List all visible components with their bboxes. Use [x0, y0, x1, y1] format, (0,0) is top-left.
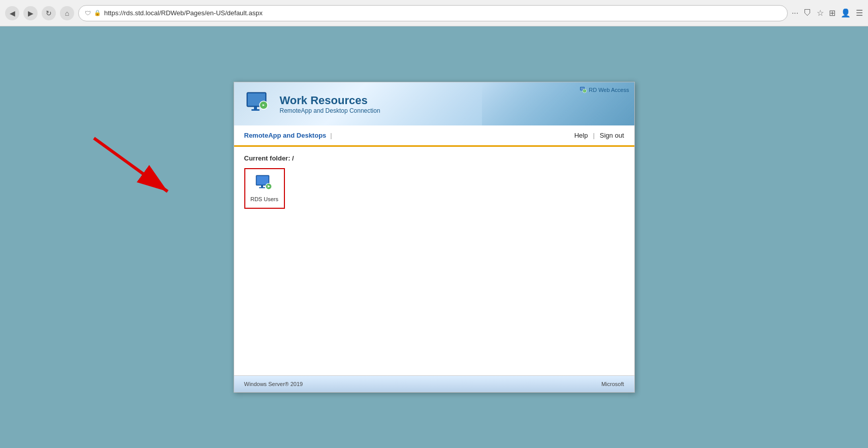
svg-rect-21 [261, 185, 263, 187]
browser-action-icons: ··· ⛉ ☆ ⊞ 👤 ☰ [792, 8, 863, 18]
header-text: Work Resources RemoteApp and Desktop Con… [280, 94, 380, 114]
security-shield-icon: 🛡 [85, 10, 91, 17]
bookmark-icon[interactable]: ☆ [817, 8, 824, 18]
rdweb-content: Current folder: / [234, 147, 634, 375]
app-item-rds-users[interactable]: RDS Users [244, 168, 285, 209]
address-bar[interactable]: 🛡 🔒 https://rds.std.local/RDWeb/Pages/en… [78, 5, 788, 21]
svg-rect-12 [251, 109, 260, 111]
nav-right-links: Help | Sign out [574, 132, 624, 139]
reload-button[interactable]: ↻ [42, 6, 56, 20]
back-button[interactable]: ◀ [5, 6, 19, 20]
profile-icon[interactable]: 👤 [841, 8, 851, 18]
nav-separator-1: | [330, 132, 332, 139]
lock-icon: 🔒 [94, 10, 101, 16]
rdweb-header: Work Resources RemoteApp and Desktop Con… [234, 82, 634, 125]
page-background: Work Resources RemoteApp and Desktop Con… [0, 26, 868, 448]
forward-button[interactable]: ▶ [23, 6, 38, 20]
rdweb-nav: RemoteApp and Desktops | Help | Sign out [234, 125, 634, 147]
rds-users-icon [254, 174, 275, 194]
rd-badge-icon [580, 86, 587, 93]
app-logo [244, 90, 272, 118]
annotation-arrow [89, 133, 190, 211]
remoteapp-desktops-link[interactable]: RemoteApp and Desktops [244, 132, 327, 139]
browser-toolbar: ◀ ▶ ↻ ⌂ 🛡 🔒 https://rds.std.local/RDWeb/… [0, 0, 868, 26]
more-options-icon[interactable]: ··· [792, 9, 798, 18]
current-folder-label: Current folder: / [244, 154, 624, 162]
help-link[interactable]: Help [574, 132, 588, 139]
svg-rect-22 [259, 187, 265, 188]
footer-right-text: Microsoft [601, 381, 624, 387]
hamburger-menu-icon[interactable]: ☰ [856, 8, 863, 18]
rds-users-label: RDS Users [250, 196, 278, 203]
url-text: https://rds.std.local/RDWeb/Pages/en-US/… [104, 9, 781, 17]
app-subtitle: RemoteApp and Desktop Connection [280, 107, 380, 114]
rd-web-access-badge: RD Web Access [580, 86, 629, 93]
footer-left-text: Windows Server® 2019 [244, 381, 303, 387]
svg-line-26 [94, 138, 168, 191]
rdweb-window: Work Resources RemoteApp and Desktop Con… [234, 82, 635, 393]
rd-badge-text: RD Web Access [589, 87, 629, 93]
rdweb-footer: Windows Server® 2019 Microsoft [234, 375, 634, 392]
split-view-icon[interactable]: ⊞ [829, 8, 835, 18]
pocket-icon[interactable]: ⛉ [803, 9, 812, 18]
svg-rect-20 [256, 176, 268, 185]
apps-grid: RDS Users [244, 168, 624, 209]
signout-link[interactable]: Sign out [600, 132, 624, 139]
nav-separator-2: | [593, 132, 594, 139]
home-button[interactable]: ⌂ [60, 6, 74, 20]
app-title: Work Resources [280, 94, 380, 107]
